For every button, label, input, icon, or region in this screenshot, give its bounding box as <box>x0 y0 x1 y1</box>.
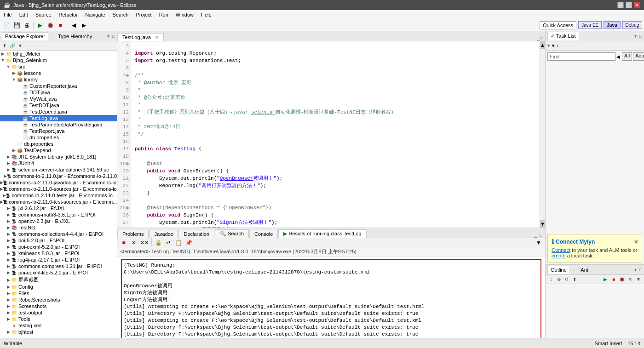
save-button[interactable]: 💾 <box>12 21 21 30</box>
console-view-button[interactable]: ▼ <box>534 238 543 247</box>
task-filter-button[interactable]: ▼ <box>551 43 556 48</box>
outline-filter-button[interactable]: ⊖ <box>555 276 563 283</box>
tree-item-src[interactable]: ▼ 📁 src <box>0 63 117 70</box>
tree-item-commons-io-javadoc[interactable]: ▶ 🗜 commons-io-2.11.0-javadoc.jar - E:\c… <box>0 179 117 186</box>
menu-help[interactable]: Help <box>197 11 215 18</box>
tree-item-customreporter[interactable]: ☕ CustomReporter.java <box>0 83 117 89</box>
tree-item-selenium-jar[interactable]: ▶ 🗜 selenium-server-standalone-3.141.59.… <box>0 166 117 173</box>
sidebar-close-button[interactable]: □ <box>112 34 115 39</box>
menu-refactor[interactable]: Refactor <box>55 11 82 18</box>
quick-access-box[interactable]: Quick Access <box>540 21 576 29</box>
tab-declaration[interactable]: Declaration <box>178 230 214 238</box>
titlebar-controls[interactable]: — □ ✕ <box>617 2 640 8</box>
minimize-button[interactable]: — <box>617 2 624 8</box>
tree-item-dbprops2[interactable]: 📄 db.properties <box>0 141 117 147</box>
bottom-maximize-button[interactable]: □ <box>539 233 543 238</box>
code-editor[interactable]: import org.testng.Reporter; import org.t… <box>131 41 540 228</box>
tree-item-tools[interactable]: ▶ 📁 Tools <box>0 316 117 322</box>
tree-item-lessons[interactable]: ▶ 📦 lessons <box>0 70 117 76</box>
menu-run[interactable]: Run <box>155 11 172 18</box>
tree-item-testreport[interactable]: ☕ TestReport.java <box>0 128 117 134</box>
remove-button[interactable]: ✕ <box>129 238 138 247</box>
tree-item-bjhg-selenium[interactable]: ▼ 📁 Bjhg_Selenium <box>0 57 117 63</box>
outline-collapse-button[interactable]: ⬆ <box>571 276 578 283</box>
forward-button[interactable]: ▶ <box>79 21 88 30</box>
link-editor-button[interactable]: 🔗 <box>9 42 16 50</box>
tree-item-jre[interactable]: ▶ 📚 JRE System Library [jdk1.8.0_181] <box>0 154 117 160</box>
tree-item-testlog[interactable]: ☕ TestLog.java <box>0 115 117 121</box>
right-panel-collapse[interactable]: ▾ <box>634 34 637 39</box>
outline-clear-button[interactable]: ✕ <box>627 276 634 283</box>
tree-item-commons-math[interactable]: ▶ 🗜 commons-math3-3.6.1.jar - E:\POI <box>0 211 117 218</box>
tab-type-hierarchy[interactable]: Type Hierarchy <box>55 32 95 40</box>
find-activate-button[interactable]: Activate... <box>633 52 644 61</box>
editor-minimize-button[interactable]: _ <box>537 36 540 41</box>
task-new-button[interactable]: + <box>547 43 550 48</box>
menu-project[interactable]: Project <box>132 11 155 18</box>
tab-results[interactable]: ▶Results of running class TestLog <box>278 229 366 238</box>
tree-item-screenshots[interactable]: ▶ 📁 屏幕截图 <box>0 276 117 284</box>
editor-maximize-button[interactable]: □ <box>540 36 543 41</box>
close-button[interactable]: ✕ <box>634 2 640 8</box>
tree-item-commons-compress[interactable]: ▶ 🗜 commons-compress-1.21.jar - E:\POI <box>0 263 117 269</box>
tree-item-xmlbeans[interactable]: ▶ 🗜 xmlbeans-5.0.3.jar - E:\POI <box>0 250 117 257</box>
menu-source[interactable]: Source <box>32 11 55 18</box>
tree-item-commons-io-sources[interactable]: ▶ 🗜 commons-io-2.11.0-sources.jar - E:\c… <box>0 186 117 192</box>
stop-button[interactable]: ■ <box>56 21 65 30</box>
print-button[interactable]: 🖨 <box>22 21 31 30</box>
pin-button[interactable]: 📌 <box>184 238 193 247</box>
tree-item-testparameter[interactable]: ☕ TestParameterDataProvider.java <box>0 121 117 128</box>
tree-item-opencv[interactable]: ▶ 🗜 opencv-2.3.jar - E:\JXL <box>0 218 117 224</box>
tree-item-jxl[interactable]: ▶ 🗜 jxl-2.6.12.jar - E:\JXL <box>0 205 117 211</box>
tree-item-library[interactable]: ▼ 📦 library <box>0 76 117 83</box>
outline-sort-button[interactable]: ↕ <box>547 276 555 283</box>
tree-item-config[interactable]: ▶ 📁 Config <box>0 284 117 290</box>
outline-run-button[interactable]: ▶ <box>602 276 609 283</box>
debug-button[interactable]: 🐞 <box>46 21 55 30</box>
tree-item-poi[interactable]: ▶ 🗜 poi-5.2.0.jar - E:\POI <box>0 237 117 244</box>
find-all-button[interactable]: All <box>622 52 632 61</box>
scroll-up-button[interactable]: ▲ <box>540 41 545 49</box>
tree-item-log4j[interactable]: ▶ 🗜 log4j-api-2.17.1.jar - E:\POI <box>0 257 117 263</box>
back-button[interactable]: ◀ <box>69 21 78 30</box>
tab-ant[interactable]: Ant <box>577 266 592 274</box>
outline-refresh-button[interactable]: ↺ <box>563 276 570 283</box>
tree-item-bjhg-jmeter[interactable]: ▶ 📁 bjhg_JMeter <box>0 51 117 57</box>
tree-item-testng-xml[interactable]: x testng.xml <box>0 322 117 329</box>
tree-item-commons-collections[interactable]: ▶ 🗜 commons-collections4-4.4.jar - E:\PO… <box>0 231 117 237</box>
sidebar-menu-button[interactable]: ▼ <box>17 42 24 50</box>
create-link[interactable]: create <box>552 253 566 258</box>
tab-package-explorer[interactable]: Package Explorer <box>2 32 48 40</box>
sidebar-collapse-button[interactable]: ▾ <box>107 34 109 39</box>
editor-tab-close[interactable]: ✕ <box>155 35 159 40</box>
tree-item-ddt[interactable]: ☕ DDT.java <box>0 89 117 96</box>
tree-item-commons-io-test-sources[interactable]: ▶ 🗜 commons-io-2.11.0-test-sources.jar -… <box>0 199 117 205</box>
run-button[interactable]: ▶ <box>35 21 45 30</box>
tree-item-poi-ooxml[interactable]: ▶ 🗜 poi-ooxml-5.2.0.jar - E:\POI <box>0 244 117 250</box>
menu-edit[interactable]: Edit <box>16 11 32 18</box>
task-sort-button[interactable]: ↕ <box>557 43 559 48</box>
tree-item-robot-screenshots[interactable]: ▶ 📁 RobotScreenshots <box>0 297 117 303</box>
outline-collapse[interactable]: ▾ <box>634 267 637 272</box>
tree-item-files[interactable]: ▶ 📁 Files <box>0 290 117 297</box>
tree-item-bjhtest[interactable]: ▶ 📁 bjhtest <box>0 329 117 335</box>
bottom-minimize-button[interactable]: _ <box>533 233 538 238</box>
perspective-java[interactable]: Java <box>604 21 620 29</box>
right-panel-close[interactable]: □ <box>639 34 642 39</box>
word-wrap-button[interactable]: ↵ <box>164 238 173 247</box>
outline-menu-button[interactable]: ▼ <box>635 276 642 283</box>
tree-item-testng[interactable]: ▶ 📚 TestNG <box>0 224 117 231</box>
menu-window[interactable]: Window <box>172 11 197 18</box>
outline-debug-button[interactable]: 🐞 <box>618 276 626 283</box>
tree-item-commons-io[interactable]: ▶ 🗜 commons-io-2.11.0.jar - E:\commons-i… <box>0 173 117 179</box>
tree-item-testddt[interactable]: ☕ TestDDT.java <box>0 102 117 108</box>
connect-link[interactable]: Connect <box>552 247 570 253</box>
collapse-all-button[interactable]: ⬆ <box>1 42 8 50</box>
tree-item-commons-io-tests[interactable]: ▶ 🗜 commons-io-2.11.0-tests.jar - E:\com… <box>0 192 117 199</box>
perspective-javaee[interactable]: Java EE <box>578 21 602 29</box>
tree-item-screenshots2[interactable]: ▶ 📁 Screenshots <box>0 303 117 309</box>
tree-item-mywait[interactable]: ☕ MyWait.java <box>0 96 117 102</box>
perspective-debug[interactable]: Debug <box>622 21 642 29</box>
editor-tab-testlog[interactable]: TestLog.java ✕ <box>117 33 164 41</box>
console-output-area[interactable]: [TestNG] Running: C:\Users\DELL\AppData\… <box>117 257 545 338</box>
